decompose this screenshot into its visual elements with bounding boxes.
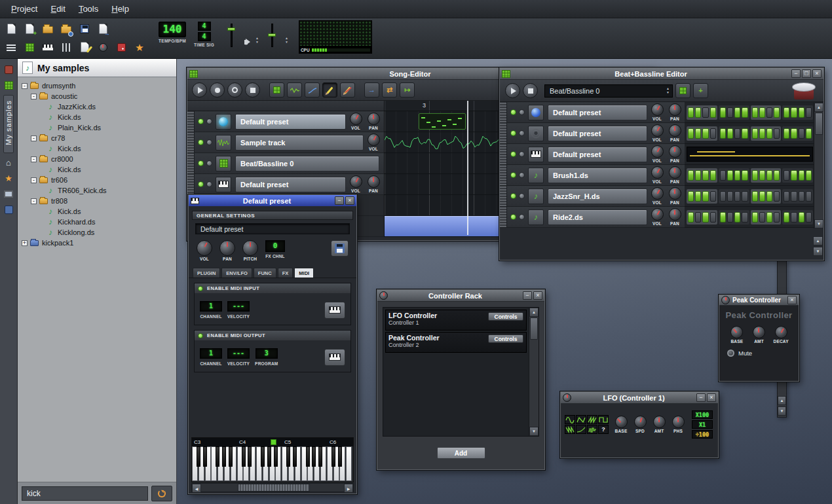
midi-output-enable-led[interactable] bbox=[198, 333, 203, 338]
tempo-display[interactable]: 140 bbox=[159, 22, 186, 37]
bb-step[interactable] bbox=[791, 128, 797, 139]
pitch-knob[interactable] bbox=[242, 240, 258, 256]
multiplier-button-2[interactable]: ÷100 bbox=[692, 430, 713, 439]
bb-step[interactable] bbox=[784, 212, 789, 223]
sidebar-tab-instruments[interactable] bbox=[2, 63, 15, 76]
tree-item-acoustic[interactable]: -acoustic bbox=[18, 91, 176, 101]
vol-knob[interactable] bbox=[651, 187, 664, 200]
tree-item-tr808[interactable]: -tr808 bbox=[18, 196, 176, 206]
bb-step[interactable] bbox=[688, 170, 694, 181]
track-icon-button[interactable] bbox=[528, 105, 544, 120]
tree-toggle[interactable]: - bbox=[22, 83, 28, 89]
pan-knob[interactable] bbox=[669, 124, 681, 137]
amt-knob[interactable] bbox=[653, 416, 666, 428]
bb-step[interactable] bbox=[720, 212, 726, 223]
piano-black-key[interactable] bbox=[293, 446, 297, 467]
volume-stepper[interactable]: ▲▼ bbox=[255, 37, 259, 44]
bb-step[interactable] bbox=[791, 191, 797, 202]
maximize-button[interactable]: □ bbox=[802, 69, 811, 78]
piano-keyboard[interactable] bbox=[192, 446, 353, 482]
bb-step[interactable] bbox=[720, 170, 726, 181]
track-solo-led[interactable] bbox=[206, 181, 212, 187]
piano-black-key[interactable] bbox=[286, 446, 290, 467]
piano-black-key[interactable] bbox=[318, 446, 322, 467]
bb-step[interactable] bbox=[720, 128, 726, 139]
close-button[interactable]: × bbox=[345, 196, 354, 205]
bb-step[interactable] bbox=[759, 170, 765, 181]
tree-item-drumsynth[interactable]: -drumsynth bbox=[18, 81, 176, 91]
stop-button[interactable] bbox=[245, 82, 260, 98]
pattern-segment[interactable] bbox=[419, 113, 466, 130]
bb-step[interactable] bbox=[688, 191, 694, 202]
piano-black-key[interactable] bbox=[267, 446, 271, 467]
mute-checkbox[interactable] bbox=[727, 350, 734, 357]
bb-stop-button[interactable] bbox=[523, 83, 538, 98]
minimize-button[interactable]: − bbox=[335, 196, 344, 205]
piano-black-key[interactable] bbox=[274, 446, 278, 467]
pattern-selector-combo[interactable]: Beat/Bassline 0 ▲▼ bbox=[544, 84, 673, 98]
bb-step[interactable] bbox=[766, 170, 772, 181]
vol-knob[interactable] bbox=[350, 113, 362, 125]
minimize-button[interactable]: − bbox=[523, 291, 532, 300]
track-grip[interactable] bbox=[500, 123, 507, 143]
bb-step[interactable] bbox=[752, 107, 758, 118]
tab-plugin[interactable]: PLUGIN bbox=[193, 268, 220, 278]
bb-step[interactable] bbox=[727, 128, 733, 139]
multiplier-button-0[interactable]: X100 bbox=[692, 410, 713, 419]
new-project-button[interactable] bbox=[3, 20, 20, 37]
velocity-display[interactable]: --- bbox=[227, 301, 250, 312]
track-mute-led[interactable] bbox=[198, 139, 204, 145]
bb-play-button[interactable] bbox=[505, 83, 520, 98]
playhead-marker[interactable] bbox=[467, 101, 468, 235]
track-mute-led[interactable] bbox=[510, 172, 516, 178]
add-automation-track-button[interactable] bbox=[305, 82, 320, 98]
track-grip[interactable] bbox=[187, 132, 195, 153]
bb-step[interactable] bbox=[742, 212, 747, 223]
bb-step[interactable] bbox=[734, 128, 740, 139]
midi-input-enable-led[interactable] bbox=[198, 286, 203, 291]
stop-behaviour-button[interactable]: ↦ bbox=[400, 82, 415, 98]
track-grip[interactable] bbox=[187, 153, 195, 173]
track-mute-led[interactable] bbox=[510, 214, 516, 220]
bb-step[interactable] bbox=[727, 191, 733, 202]
bb-editor-titlebar[interactable]: Beat+Bassline Editor −□× bbox=[500, 68, 823, 80]
piano-black-key[interactable] bbox=[229, 446, 233, 467]
track-name-button[interactable]: Default preset bbox=[235, 177, 346, 192]
amt-knob[interactable] bbox=[753, 326, 765, 338]
tree-item-tr606-kick-ds[interactable]: ♪TR606_Kick.ds bbox=[18, 185, 176, 196]
sidebar-tab-favorites[interactable]: ★ bbox=[2, 172, 15, 185]
track-name-button[interactable]: Default preset bbox=[548, 147, 647, 162]
tree-item-kick-ds[interactable]: ♪Kick.ds bbox=[18, 206, 176, 217]
bb-step[interactable] bbox=[759, 107, 765, 118]
track-icon-button[interactable]: ♪ bbox=[528, 168, 544, 183]
bb-step[interactable] bbox=[702, 212, 708, 223]
pan-knob[interactable] bbox=[368, 175, 380, 188]
bb-step[interactable] bbox=[759, 212, 765, 223]
pan-knob[interactable] bbox=[669, 145, 681, 158]
bb-step[interactable] bbox=[710, 107, 716, 118]
track-name-button[interactable]: JazzSnr_H.ds bbox=[548, 189, 647, 204]
open-project-button[interactable] bbox=[39, 20, 56, 37]
sidebar-tab-computer[interactable] bbox=[2, 188, 15, 201]
decay-knob[interactable] bbox=[775, 326, 787, 338]
autoscroll-button[interactable]: → bbox=[364, 82, 379, 98]
track-mute-led[interactable] bbox=[198, 181, 204, 187]
add-bb-track-button[interactable] bbox=[269, 82, 284, 98]
bb-step[interactable] bbox=[806, 107, 812, 118]
track-mute-led[interactable] bbox=[198, 118, 204, 124]
track-solo-led[interactable] bbox=[519, 193, 525, 199]
track-icon-button[interactable] bbox=[216, 114, 231, 130]
scroll-right-button[interactable]: ▶ bbox=[344, 484, 353, 493]
edit-mode-button[interactable] bbox=[340, 82, 355, 98]
piano-black-key[interactable] bbox=[222, 446, 226, 467]
piano-black-key[interactable] bbox=[338, 446, 342, 467]
track-name-button[interactable]: Default preset bbox=[548, 126, 647, 141]
midi-input-device-button[interactable] bbox=[324, 302, 345, 319]
bb-step[interactable] bbox=[791, 107, 797, 118]
tree-item-kickpack1[interactable]: +kickpack1 bbox=[18, 238, 176, 248]
bb-step[interactable] bbox=[695, 170, 701, 181]
preset-name-field[interactable]: Default preset bbox=[195, 223, 350, 234]
fx-channel-display[interactable]: 0 bbox=[265, 240, 285, 252]
piano-black-key[interactable] bbox=[216, 446, 219, 467]
lfo-titlebar[interactable]: LFO (Controller 1) −× bbox=[561, 392, 718, 404]
